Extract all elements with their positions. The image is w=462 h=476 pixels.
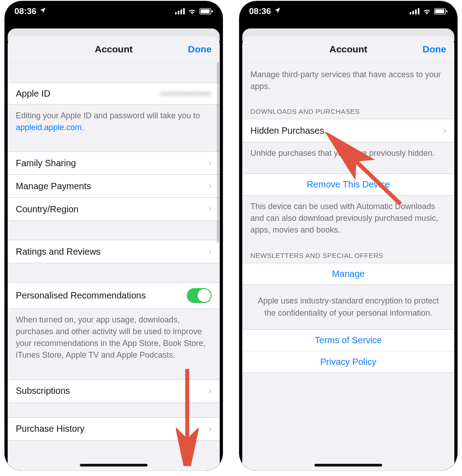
spacer bbox=[8, 62, 220, 83]
hidden-footnote: Unhide purchases that you have previousl… bbox=[242, 142, 454, 165]
page-title: Account bbox=[95, 44, 133, 55]
svg-rect-8 bbox=[410, 12, 411, 14]
ratings-reviews-row[interactable]: Ratings and Reviews › bbox=[8, 240, 220, 263]
svg-rect-2 bbox=[180, 9, 182, 14]
svg-rect-10 bbox=[415, 9, 417, 14]
newsletters-header: Newsletters and Special Offers bbox=[242, 243, 454, 263]
location-icon bbox=[39, 6, 46, 16]
spacer bbox=[8, 368, 220, 379]
chevron-right-icon: › bbox=[443, 125, 446, 136]
svg-rect-0 bbox=[175, 12, 177, 14]
manage-payments-row[interactable]: Manage Payments › bbox=[8, 174, 220, 197]
svg-rect-13 bbox=[435, 9, 444, 14]
country-region-row[interactable]: Country/Region › bbox=[8, 197, 220, 221]
chevron-right-icon: › bbox=[208, 246, 212, 257]
row-label: Manage Payments bbox=[16, 181, 91, 191]
remove-footnote: This device can be used with Automatic D… bbox=[242, 196, 454, 242]
appleid-link[interactable]: appleid.apple.com bbox=[16, 123, 82, 132]
row-label: Personalised Recommendations bbox=[16, 290, 146, 301]
chevron-right-icon: › bbox=[208, 157, 212, 169]
top-footnote: Manage third-party services that have ac… bbox=[242, 62, 454, 98]
row-label: Ratings and Reviews bbox=[16, 247, 101, 257]
page-title: Account bbox=[329, 44, 367, 55]
wifi-icon bbox=[188, 8, 197, 14]
done-button[interactable]: Done bbox=[188, 44, 212, 55]
phone-left: 08:36 Account Done bbox=[5, 1, 223, 471]
manage-newsletters-button[interactable]: Manage bbox=[242, 263, 454, 285]
purchase-history-row[interactable]: Purchase History › bbox=[8, 417, 220, 441]
cellular-icon bbox=[175, 8, 185, 14]
status-time: 08:36 bbox=[249, 6, 271, 16]
apple-id-label: Apple ID bbox=[16, 89, 51, 99]
svg-rect-5 bbox=[201, 9, 210, 14]
scrollbar[interactable] bbox=[217, 62, 219, 243]
done-button[interactable]: Done bbox=[423, 44, 447, 55]
chevron-right-icon: › bbox=[208, 180, 212, 192]
apple-id-value: •••••••••••••••• bbox=[160, 89, 212, 99]
hidden-purchases-row[interactable]: Hidden Purchases › bbox=[242, 119, 454, 142]
navbar: Account Done bbox=[8, 36, 220, 62]
chevron-right-icon: › bbox=[208, 203, 212, 215]
cellular-icon bbox=[410, 8, 420, 14]
spacer bbox=[8, 221, 220, 240]
battery-icon bbox=[434, 8, 448, 14]
footnote-text: Editing your Apple ID and password will … bbox=[16, 111, 200, 120]
remove-device-button[interactable]: Remove This Device bbox=[242, 173, 454, 196]
status-time: 08:36 bbox=[14, 6, 37, 16]
spacer bbox=[8, 263, 220, 282]
account-sheet: Account Done Manage third-party services… bbox=[242, 36, 454, 471]
family-sharing-row[interactable]: Family Sharing › bbox=[8, 151, 220, 174]
status-bar: 08:36 bbox=[5, 1, 223, 22]
account-sheet: Account Done Apple ID •••••••••••••••• E… bbox=[8, 36, 220, 471]
downloads-header: Downloads and Purchases bbox=[242, 98, 454, 119]
chevron-right-icon: › bbox=[208, 423, 212, 435]
row-label: Family Sharing bbox=[16, 158, 76, 168]
chevron-right-icon: › bbox=[208, 385, 212, 397]
personalised-footnote: When turned on, your app usage, download… bbox=[8, 309, 220, 367]
svg-rect-9 bbox=[412, 11, 414, 14]
personalised-toggle[interactable] bbox=[187, 288, 212, 303]
apple-id-footnote: Editing your Apple ID and password will … bbox=[8, 105, 220, 140]
phone-right: 08:36 Account Done bbox=[239, 1, 457, 471]
row-label: Purchase History bbox=[16, 424, 84, 434]
svg-rect-1 bbox=[178, 11, 180, 14]
status-bar: 08:36 bbox=[239, 1, 457, 22]
footnote-text-end: . bbox=[82, 123, 84, 132]
personalised-row[interactable]: Personalised Recommendations bbox=[8, 282, 220, 309]
svg-rect-6 bbox=[212, 10, 213, 13]
subscriptions-row[interactable]: Subscriptions › bbox=[8, 379, 220, 403]
spacer bbox=[242, 165, 454, 173]
row-label: Country/Region bbox=[16, 204, 79, 215]
row-label: Hidden Purchases bbox=[250, 126, 324, 136]
row-label: Subscriptions bbox=[16, 386, 70, 396]
location-icon bbox=[274, 6, 281, 16]
wifi-icon bbox=[422, 8, 431, 14]
spacer bbox=[8, 140, 220, 151]
navbar: Account Done bbox=[242, 36, 454, 62]
spacer bbox=[8, 403, 220, 417]
svg-rect-14 bbox=[446, 10, 448, 13]
privacy-link[interactable]: Privacy Policy bbox=[242, 351, 454, 373]
battery-icon bbox=[199, 8, 213, 14]
apple-id-row[interactable]: Apple ID •••••••••••••••• bbox=[8, 83, 220, 105]
spacer bbox=[242, 373, 454, 427]
home-indicator[interactable] bbox=[314, 464, 382, 467]
terms-link[interactable]: Terms of Service bbox=[242, 329, 454, 351]
svg-rect-11 bbox=[418, 8, 420, 14]
home-indicator[interactable] bbox=[80, 464, 148, 467]
svg-rect-3 bbox=[183, 8, 185, 14]
encryption-note: Apple uses industry-standard encryption … bbox=[242, 285, 454, 329]
